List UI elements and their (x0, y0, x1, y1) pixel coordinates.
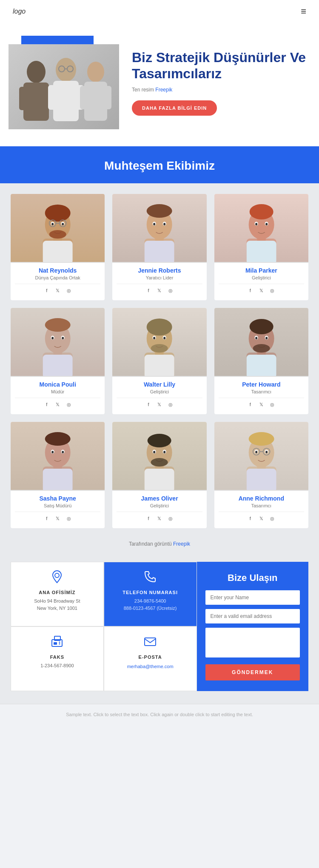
svg-point-89 (57, 455, 59, 458)
contact-info-grid: ANA OFİSİMİZ SoHo 94 Broadway StNew York… (11, 562, 197, 691)
phone-text: 234-9876-5400888-0123-4567 (Ücretsiz) (110, 598, 191, 612)
team-card-photo-1 (112, 194, 206, 262)
svg-rect-121 (145, 638, 156, 646)
svg-rect-9 (84, 82, 107, 121)
team-member-name-0: Nat Reynolds (15, 267, 100, 274)
team-member-name-4: Walter Lilly (117, 381, 202, 388)
facebook-icon-3[interactable]: f (43, 401, 51, 408)
svg-point-110 (260, 455, 262, 458)
facebook-icon-5[interactable]: f (246, 401, 254, 408)
instagram-icon-4[interactable]: ◎ (167, 401, 174, 408)
name-input[interactable] (205, 590, 300, 605)
facebook-icon-7[interactable]: f (145, 515, 152, 522)
svg-point-18 (45, 205, 71, 222)
team-card-info-4: Walter Lilly Geliştirici f 𝕏 ◎ (112, 376, 206, 414)
team-member-role-7: Geliştirici (117, 503, 202, 508)
instagram-icon-8[interactable]: ◎ (268, 515, 276, 522)
contact-form-area: Bize Ulaşın GÖNDERMEK (197, 562, 309, 691)
freepik-link[interactable]: Freepik (155, 87, 172, 93)
hamburger-menu-icon[interactable]: ≡ (301, 6, 306, 17)
twitter-icon-5[interactable]: 𝕏 (257, 401, 265, 408)
team-card-7: James Oliver Geliştirici f 𝕏 ◎ (112, 422, 206, 528)
team-card-socials-5: f 𝕏 ◎ (219, 398, 304, 412)
team-member-role-5: Tasarımcı (219, 389, 304, 394)
team-member-name-3: Monica Pouli (15, 381, 100, 388)
twitter-icon-6[interactable]: 𝕏 (54, 515, 62, 522)
svg-rect-28 (43, 241, 73, 262)
svg-point-8 (87, 62, 104, 82)
svg-point-24 (49, 230, 66, 239)
instagram-icon-5[interactable]: ◎ (268, 401, 276, 408)
svg-point-94 (148, 434, 171, 447)
svg-point-45 (255, 223, 257, 225)
footer-note: Sample text. Click to select the text bo… (66, 712, 253, 717)
email-input[interactable] (205, 609, 300, 623)
team-card-info-5: Peter Howard Tasarımcı f 𝕏 ◎ (214, 376, 308, 414)
svg-point-88 (62, 451, 64, 453)
contact-section: ANA OFİSİMİZ SoHo 94 Broadway StNew York… (0, 553, 319, 704)
twitter-icon-8[interactable]: 𝕏 (257, 515, 265, 522)
svg-rect-101 (145, 469, 174, 490)
hero-photo-credit: Ten resim Freepik (132, 87, 306, 93)
team-card-photo-5 (214, 308, 308, 376)
fax-icon (17, 635, 97, 651)
facebook-icon-2[interactable]: f (246, 287, 254, 294)
contact-grid: ANA OFİSİMİZ SoHo 94 Broadway StNew York… (11, 562, 308, 691)
facebook-icon-1[interactable]: f (145, 287, 152, 294)
instagram-icon-3[interactable]: ◎ (65, 401, 73, 408)
team-card-photo-8 (214, 422, 308, 490)
submit-button[interactable]: GÖNDERMEK (205, 664, 300, 680)
team-card-4: Walter Lilly Geliştirici f 𝕏 ◎ (112, 308, 206, 414)
team-member-name-8: Anne Richmond (219, 495, 304, 502)
logo: logo (13, 8, 26, 15)
facebook-icon-8[interactable]: f (246, 515, 254, 522)
twitter-icon-1[interactable]: 𝕏 (156, 287, 163, 294)
svg-point-97 (153, 451, 155, 453)
instagram-icon-2[interactable]: ◎ (268, 287, 276, 294)
twitter-icon-2[interactable]: 𝕏 (257, 287, 265, 294)
email-link[interactable]: merhaba@theme.com (127, 664, 174, 669)
team-freepik-link[interactable]: Freepik (173, 541, 190, 547)
twitter-icon-7[interactable]: 𝕏 (156, 515, 163, 522)
team-member-name-2: Mila Parker (219, 267, 304, 274)
team-card-photo-4 (112, 308, 206, 376)
team-card-info-3: Monica Pouli Müdür f 𝕏 ◎ (11, 376, 105, 414)
team-member-role-6: Satış Müdürü (15, 503, 100, 508)
facebook-icon-4[interactable]: f (145, 401, 152, 408)
team-member-name-7: James Oliver (117, 495, 202, 502)
instagram-icon-1[interactable]: ◎ (167, 287, 174, 294)
svg-rect-3 (41, 87, 49, 110)
hero-text: Biz Stratejik Düşünürler Ve Tasarımcılar… (128, 49, 306, 116)
facebook-icon-6[interactable]: f (43, 515, 51, 522)
message-textarea[interactable] (205, 628, 300, 657)
twitter-icon-0[interactable]: 𝕏 (54, 287, 62, 294)
team-member-role-1: Yaratıcı Lider (117, 275, 202, 280)
svg-rect-90 (43, 469, 73, 490)
hero-cta-button[interactable]: DAHA FAZLA BİLGİ EDIN (132, 100, 217, 116)
team-card-socials-3: f 𝕏 ◎ (15, 398, 100, 412)
team-member-role-2: Geliştirici (219, 275, 304, 280)
team-card-1: Jennie Roberts Yaratıcı Lider f 𝕏 ◎ (112, 194, 206, 300)
svg-point-67 (158, 341, 161, 344)
team-credit: Tarafından görüntü Freepik (0, 535, 319, 553)
svg-point-76 (255, 337, 257, 339)
instagram-icon-0[interactable]: ◎ (65, 287, 73, 294)
instagram-icon-6[interactable]: ◎ (65, 515, 73, 522)
svg-rect-6 (48, 85, 56, 110)
twitter-icon-4[interactable]: 𝕏 (156, 401, 163, 408)
team-card-socials-0: f 𝕏 ◎ (15, 284, 100, 298)
team-card-info-6: Sasha Payne Satış Müdürü f 𝕏 ◎ (11, 490, 105, 528)
team-member-name-6: Sasha Payne (15, 495, 100, 502)
svg-point-32 (147, 204, 172, 218)
svg-point-115 (55, 573, 59, 578)
team-card-2: Mila Parker Geliştirici f 𝕏 ◎ (214, 194, 308, 300)
team-card-socials-8: f 𝕏 ◎ (219, 512, 304, 526)
team-grid-wrapper: Nat Reynolds Dünya Çapında Ortak f 𝕏 ◎ (0, 183, 319, 535)
instagram-icon-7[interactable]: ◎ (167, 515, 174, 522)
svg-rect-11 (105, 86, 111, 109)
facebook-icon-0[interactable]: f (43, 287, 51, 294)
svg-point-99 (158, 455, 161, 458)
office-text: SoHo 94 Broadway StNew York, NY 1001 (17, 598, 97, 612)
twitter-icon-3[interactable]: 𝕏 (54, 401, 62, 408)
svg-point-68 (151, 344, 168, 353)
